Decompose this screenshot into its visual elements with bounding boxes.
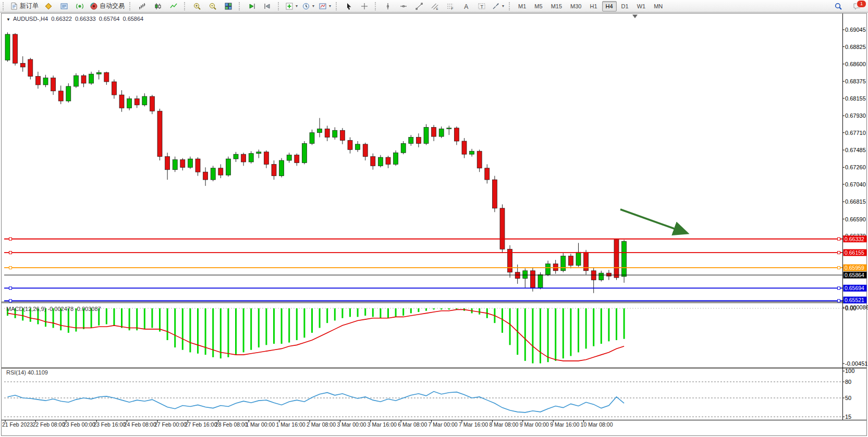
resistance-line-2-handle[interactable]: [838, 251, 840, 254]
candle-body: [180, 160, 185, 168]
price-tick-label: 0.66590: [845, 216, 866, 222]
candle-body: [515, 272, 520, 279]
chart-expander-icon[interactable]: ▼: [6, 17, 10, 22]
candle-body: [13, 34, 18, 64]
time-tick-label: 27 Feb 00:00: [154, 421, 187, 428]
resistance-line-1-handle[interactable]: [9, 238, 12, 240]
candle-body: [606, 273, 611, 276]
candle-body: [386, 157, 390, 164]
time-tick-label: 3 Mar 16:00: [368, 421, 397, 428]
resistance-line-1-handle[interactable]: [838, 238, 840, 240]
resistance-line-2-handle[interactable]: [9, 251, 12, 254]
candle-body: [576, 252, 581, 265]
support-line-blue-1-handle[interactable]: [9, 287, 12, 290]
candle-body: [20, 63, 25, 67]
price-tick-label: 0.68155: [845, 95, 866, 102]
candle-body: [203, 172, 208, 180]
support-line-blue-2-handle[interactable]: [9, 299, 12, 302]
candle-body: [530, 271, 535, 288]
ohlc-open: 0.66322: [51, 16, 72, 22]
candle-body: [523, 271, 528, 279]
support-line-blue-2-price-text: 0.65521: [845, 297, 864, 303]
candle-body: [340, 130, 345, 140]
time-tick-label: 24 Feb 08:00: [124, 421, 156, 428]
chart-canvas[interactable]: 0.690450.688250.686000.683750.681550.679…: [0, 0, 868, 437]
candle-body: [96, 72, 101, 74]
time-tick-label: 23 Feb 16:00: [93, 421, 126, 428]
time-tick-label: 9 Mar 16:00: [550, 421, 579, 428]
candle-body: [66, 86, 71, 101]
candle-body: [485, 168, 490, 180]
price-tick-label: 0.67485: [845, 147, 866, 153]
candle-body: [234, 154, 238, 159]
candle-body: [211, 168, 215, 180]
candle-body: [439, 129, 444, 136]
candle-body: [287, 155, 291, 160]
candle-body: [81, 76, 86, 83]
candle-body: [401, 143, 406, 153]
chart-plot-area[interactable]: [2, 14, 842, 302]
candle-body: [226, 159, 230, 175]
time-tick-label: 10 Mar 08:00: [581, 421, 613, 428]
candle-body: [142, 96, 147, 105]
price-tick-label: 0.67040: [845, 181, 866, 188]
candle-body: [348, 140, 352, 149]
support-line-orange-handle[interactable]: [9, 266, 12, 269]
rsi-axis-label: 100: [845, 368, 854, 374]
candle-body: [28, 59, 33, 77]
candle-body: [416, 138, 421, 144]
time-tick-label: 7 Mar 00:00: [429, 421, 458, 428]
price-tick-label: 0.66815: [845, 198, 866, 205]
candle-body: [150, 96, 154, 111]
candle-body: [104, 72, 109, 82]
ohlc-low: 0.65764: [99, 16, 120, 22]
rsi-axis-label: 50: [845, 395, 851, 401]
support-line-blue-2-handle[interactable]: [838, 299, 840, 302]
candle-body: [173, 160, 177, 170]
candle-body: [188, 159, 192, 167]
candle-body: [500, 208, 505, 249]
support-line-blue-1-price-text: 0.65694: [845, 285, 864, 291]
candle-body: [35, 77, 40, 85]
time-tick-label: 6 Mar 08:00: [398, 421, 427, 428]
candle-body: [218, 168, 223, 175]
candle-body: [89, 74, 94, 83]
candle-body: [302, 143, 307, 163]
candle-body: [279, 160, 284, 176]
candle-body: [454, 128, 459, 141]
time-tick-label: 21 Feb 2023: [2, 421, 33, 428]
candle-body: [424, 127, 429, 143]
candle-body: [477, 151, 482, 168]
candle-body: [432, 127, 436, 136]
candle-body: [58, 91, 63, 101]
time-tick-label: 1 Mar 00:00: [246, 421, 275, 428]
rsi-axis-label: 15: [845, 414, 851, 420]
rsi-indicator-label: RSI(14) 40.1109: [6, 369, 48, 376]
chart-symbol-period: AUDUSD-,H4: [13, 16, 48, 22]
candle-body: [470, 151, 474, 154]
time-tick-label: 23 Feb 00:00: [63, 421, 95, 428]
candle-body: [264, 152, 268, 165]
macd-axis-label: 0.00: [845, 305, 856, 311]
candle-body: [568, 256, 573, 266]
candle-body: [51, 78, 56, 91]
resistance-line-1-price-text: 0.66332: [845, 236, 864, 242]
support-line-orange-price-text: 0.65959: [845, 265, 864, 271]
candle-body: [119, 95, 124, 108]
candle-body: [5, 34, 10, 60]
ohlc-close: 0.65864: [123, 16, 143, 22]
price-tick-label: 0.68825: [845, 44, 866, 50]
candle-body: [295, 155, 299, 163]
support-line-blue-1-handle[interactable]: [838, 287, 840, 290]
price-tick-label: 0.67930: [845, 113, 866, 119]
price-tick-label: 0.68375: [845, 78, 866, 84]
candle-body: [74, 76, 78, 86]
candle-body: [378, 157, 383, 166]
candle-body: [614, 240, 619, 278]
candle-body: [538, 274, 543, 288]
candle-body: [310, 133, 314, 144]
resistance-line-2-price-text: 0.66155: [845, 249, 864, 256]
candle-body: [462, 141, 467, 154]
support-line-orange-handle[interactable]: [838, 266, 840, 269]
candle-body: [447, 128, 451, 129]
